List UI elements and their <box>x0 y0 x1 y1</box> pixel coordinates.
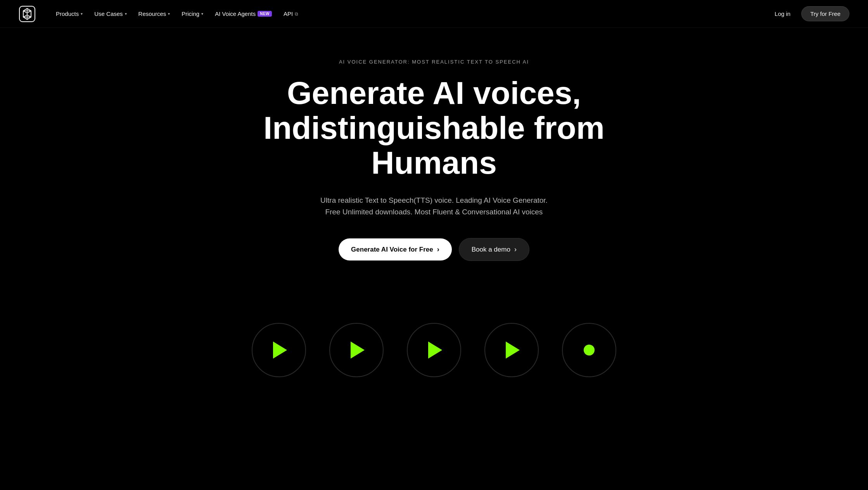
audio-players-row <box>0 315 868 385</box>
nav-ai-voice-agents[interactable]: AI Voice Agents NEW <box>210 7 277 20</box>
nav-api[interactable]: API ⧉ <box>279 7 303 20</box>
audio-player-4[interactable] <box>484 323 539 377</box>
book-demo-button[interactable]: Book a demo › <box>459 238 529 261</box>
nav-pricing[interactable]: Pricing ▾ <box>177 7 208 20</box>
dot-icon <box>584 345 595 355</box>
generate-voice-button[interactable]: Generate AI Voice for Free › <box>339 238 452 261</box>
nav-products[interactable]: Products ▾ <box>51 7 87 20</box>
navbar: Products ▾ Use Cases ▾ Resources ▾ Prici… <box>0 0 868 28</box>
audio-player-2[interactable] <box>329 323 384 377</box>
nav-right: Log in Try for Free <box>768 6 849 21</box>
audio-player-3[interactable] <box>407 323 461 377</box>
nav-resources[interactable]: Resources ▾ <box>134 7 175 20</box>
audio-player-5[interactable] <box>562 323 616 377</box>
hero-cta: Generate AI Voice for Free › Book a demo… <box>339 238 529 261</box>
chevron-down-icon: ▾ <box>168 12 170 16</box>
hero-section: AI VOICE GENERATOR: MOST REALISTIC TEXT … <box>0 28 868 315</box>
arrow-icon: › <box>514 245 517 254</box>
chevron-down-icon: ▾ <box>81 12 83 16</box>
play-icon <box>273 342 287 359</box>
play-icon <box>506 342 520 359</box>
external-link-icon: ⧉ <box>295 11 298 17</box>
chevron-down-icon: ▾ <box>125 12 127 16</box>
hero-eyebrow: AI VOICE GENERATOR: MOST REALISTIC TEXT … <box>339 59 529 65</box>
nav-use-cases[interactable]: Use Cases ▾ <box>90 7 131 20</box>
hero-title: Generate AI voices, Indistinguishable fr… <box>263 76 604 181</box>
play-icon <box>351 342 365 359</box>
hero-subtitle: Ultra realistic Text to Speech(TTS) voic… <box>320 195 548 218</box>
nav-links: Products ▾ Use Cases ▾ Resources ▾ Prici… <box>51 7 303 20</box>
play-icon <box>428 342 442 359</box>
try-free-button[interactable]: Try for Free <box>801 6 849 21</box>
login-button[interactable]: Log in <box>768 7 797 20</box>
logo[interactable] <box>19 5 36 22</box>
arrow-icon: › <box>437 245 439 254</box>
audio-player-1[interactable] <box>252 323 306 377</box>
new-badge: NEW <box>258 11 272 17</box>
chevron-down-icon: ▾ <box>201 12 203 16</box>
